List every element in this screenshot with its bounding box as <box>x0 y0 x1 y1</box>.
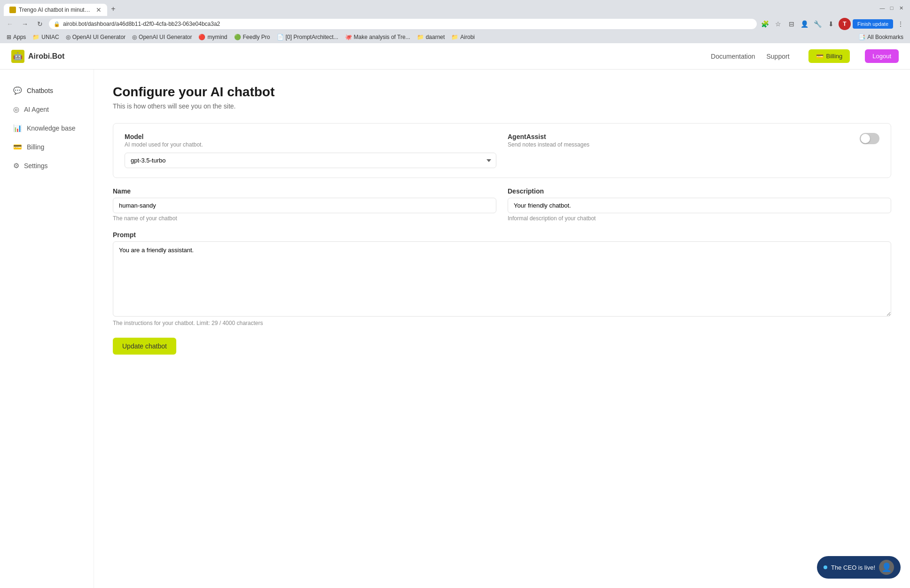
knowledge-icon: 📊 <box>13 124 22 132</box>
bookmark-make[interactable]: 🐙 Make analysis of Tre... <box>342 33 413 41</box>
mymind-icon: 🔴 <box>198 34 205 40</box>
bookmark-openai1[interactable]: ◎ OpenAI UI Generator <box>63 33 128 41</box>
menu-icon[interactable]: ⋮ <box>895 18 906 30</box>
close-btn[interactable]: ✕ <box>897 4 905 12</box>
airobi-folder-icon: 📁 <box>451 34 458 40</box>
name-field: Name The name of your chatbot <box>113 187 496 222</box>
description-field: Description Informal description of your… <box>508 187 891 222</box>
agent-assist-row: AgentAssist Send notes instead of messag… <box>508 133 879 153</box>
bookmark-airobi-label: Airobi <box>460 34 475 40</box>
sidebar-item-billing[interactable]: 💳 Billing <box>4 138 90 156</box>
bookmark-feedly[interactable]: 🟢 Feedly Pro <box>231 33 273 41</box>
star-icon[interactable]: ☆ <box>773 18 784 30</box>
billing-nav-btn[interactable]: 💳 Billing <box>808 49 850 63</box>
all-bookmarks-btn[interactable]: 📑 All Bookmarks <box>855 33 906 41</box>
sidebar-settings-label: Settings <box>24 162 48 170</box>
bookmark-uniac[interactable]: 📁 UNIAC <box>30 33 62 41</box>
description-label: Description <box>508 187 891 195</box>
prompt-icon: 📄 <box>277 34 284 40</box>
bookmark-apps[interactable]: ⊞ Apps <box>4 33 29 41</box>
name-hint: The name of your chatbot <box>113 215 496 222</box>
ai-agent-icon: ◎ <box>13 105 19 114</box>
model-field: Model AI model used for your chatbot. gp… <box>125 133 496 168</box>
agent-assist-label: AgentAssist <box>508 133 589 140</box>
agent-assist-toggle[interactable] <box>860 133 879 144</box>
prompt-section: Prompt The instructions for your chatbot… <box>113 231 891 326</box>
bookmark-uniac-label: UNIAC <box>41 34 59 40</box>
new-tab-btn[interactable]: + <box>107 3 119 15</box>
apps-icon: ⊞ <box>7 34 11 40</box>
agent-assist-field: AgentAssist Send notes instead of messag… <box>508 133 879 153</box>
model-label: Model <box>125 133 496 140</box>
bookmark-apps-label: Apps <box>13 34 26 40</box>
sidebar-item-settings[interactable]: ⚙ Settings <box>4 157 90 175</box>
billing-sidebar-icon: 💳 <box>13 143 22 151</box>
content-area: Configure your AI chatbot This is how ot… <box>94 70 910 588</box>
bookmark-daarnet[interactable]: 📁 daarnet <box>414 33 448 41</box>
chat-avatar: 👤 <box>879 560 894 575</box>
sidebar-knowledge-label: Knowledge base <box>27 124 76 132</box>
minimize-btn[interactable]: — <box>878 4 886 12</box>
openai2-icon: ◎ <box>132 34 137 40</box>
bookmark-mymind[interactable]: 🔴 mymind <box>196 33 230 41</box>
all-bookmarks-label: All Bookmarks <box>867 34 903 40</box>
name-description-row: Name The name of your chatbot Descriptio… <box>113 187 891 222</box>
toggle-knob <box>861 134 870 143</box>
bookmark-airobi[interactable]: 📁 Airobi <box>448 33 478 41</box>
address-bar[interactable]: 🔒 airobi.bot/dashboard/a46d8b11-d2f0-4cf… <box>49 19 757 29</box>
tab-close-btn[interactable]: ✕ <box>96 7 102 13</box>
description-input[interactable] <box>508 198 891 213</box>
agent-assist-desc: Send notes instead of messages <box>508 141 589 148</box>
chat-widget[interactable]: The CEO is live! 👤 <box>817 556 901 579</box>
url-display: airobi.bot/dashboard/a46d8b11-d2f0-4cfa-… <box>63 21 752 27</box>
openai-icon: ◎ <box>66 34 71 40</box>
bookmark-openai1-label: OpenAI UI Generator <box>72 34 126 40</box>
bookmark-list-icon: 📑 <box>858 34 865 40</box>
name-label: Name <box>113 187 496 195</box>
make-icon: 🐙 <box>345 34 352 40</box>
user-avatar[interactable]: T <box>839 18 851 30</box>
update-chatbot-btn[interactable]: Update chatbot <box>113 338 176 355</box>
sidebar-item-chatbots[interactable]: 💬 Chatbots <box>4 82 90 100</box>
bookmark-openai2-label: OpenAI UI Generator <box>139 34 192 40</box>
bookmark-make-label: Make analysis of Tre... <box>354 34 410 40</box>
nav-support[interactable]: Support <box>767 53 790 60</box>
forward-btn[interactable]: → <box>19 18 31 30</box>
logo-area: 🤖 Airobi.Bot <box>11 50 64 63</box>
profile-icon[interactable]: 👤 <box>799 18 810 30</box>
sidebar-icon[interactable]: ⊟ <box>786 18 797 30</box>
top-nav-links: Documentation Support 💳 Billing Logout <box>711 49 899 63</box>
bookmark-openai2[interactable]: ◎ OpenAI UI Generator <box>129 33 195 41</box>
settings-icon: ⚙ <box>13 162 19 170</box>
folder-icon: 📁 <box>32 34 39 40</box>
sidebar-chatbots-label: Chatbots <box>27 87 53 94</box>
billing-nav-label: Billing <box>826 53 843 60</box>
sidebar-item-ai-agent[interactable]: ◎ AI Agent <box>4 101 90 118</box>
extensions2-icon[interactable]: 🔧 <box>812 18 824 30</box>
logo-icon: 🤖 <box>11 50 24 63</box>
active-tab[interactable]: Trengo AI chatbot in minutes | ✕ <box>4 4 107 16</box>
tab-title: Trengo AI chatbot in minutes | <box>19 7 93 13</box>
back-btn[interactable]: ← <box>4 18 16 30</box>
finish-update-btn[interactable]: Finish update <box>853 19 893 29</box>
nav-documentation[interactable]: Documentation <box>711 53 755 60</box>
prompt-label: Prompt <box>113 231 891 239</box>
refresh-btn[interactable]: ↻ <box>34 18 46 30</box>
tab-favicon <box>9 7 16 13</box>
name-input[interactable] <box>113 198 496 213</box>
maximize-btn[interactable]: □ <box>887 4 896 12</box>
model-select[interactable]: gpt-3.5-turbo gpt-4 gpt-4-turbo <box>125 153 496 168</box>
prompt-hint: The instructions for your chatbot. Limit… <box>113 320 891 326</box>
top-nav: 🤖 Airobi.Bot Documentation Support 💳 Bil… <box>0 43 910 70</box>
logo-text: Airobi.Bot <box>28 52 64 61</box>
logout-btn[interactable]: Logout <box>865 49 899 63</box>
chat-live-dot <box>824 565 827 569</box>
description-hint: Informal description of your chatbot <box>508 215 891 222</box>
sidebar-item-knowledge-base[interactable]: 📊 Knowledge base <box>4 119 90 137</box>
download-icon[interactable]: ⬇ <box>825 18 837 30</box>
bookmark-prompt[interactable]: 📄 [0] PromptArchitect... <box>274 33 341 41</box>
prompt-textarea[interactable] <box>113 241 891 317</box>
extensions-icon[interactable]: 🧩 <box>760 18 771 30</box>
sidebar-billing-label: Billing <box>27 143 44 151</box>
page-subtitle: This is how others will see you on the s… <box>113 102 891 110</box>
